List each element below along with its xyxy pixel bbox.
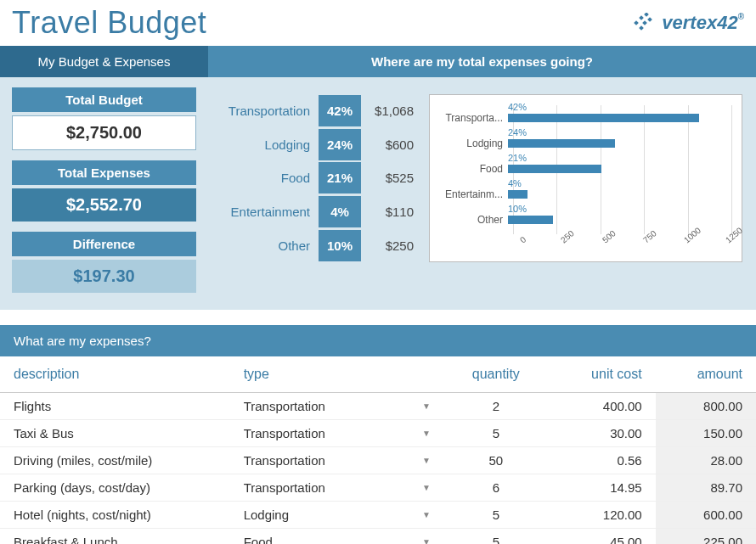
cell-description[interactable]: Breakfast & Lunch [0, 529, 230, 545]
dropdown-caret-icon[interactable]: ▼ [422, 510, 431, 519]
allocation-panel-header: Where are my total expenses going? [208, 46, 756, 77]
cell-quantity[interactable]: 5 [444, 502, 548, 529]
category-percent: 10% [319, 230, 361, 261]
total-budget-value[interactable]: $2,750.00 [12, 115, 196, 150]
chart-bar-label: 24% [508, 127, 527, 137]
cell-type[interactable]: Transportation▼ [230, 420, 444, 447]
category-percent: 42% [319, 95, 361, 126]
cell-unit-cost[interactable]: 14.95 [548, 474, 656, 502]
cell-description[interactable]: Parking (days, cost/day) [0, 474, 230, 502]
chart-bar: 21% [508, 165, 601, 173]
cell-unit-cost[interactable]: 0.56 [548, 447, 656, 474]
chart-row: Entertainm...4% [440, 182, 731, 207]
cell-description[interactable]: Flights [0, 393, 230, 420]
category-amount: $110 [361, 196, 420, 227]
category-percent: 21% [319, 162, 361, 193]
chart-bar-label: 10% [508, 204, 527, 214]
category-percent: 4% [319, 196, 361, 227]
col-unit-cost[interactable]: unit cost [548, 356, 656, 393]
table-row: Driving (miles, cost/mile)Transportation… [0, 447, 756, 474]
chart-category-label: Other [440, 214, 508, 226]
cell-amount: 89.70 [656, 474, 756, 502]
svg-rect-0 [634, 20, 639, 25]
cell-unit-cost[interactable]: 30.00 [548, 420, 656, 447]
expense-table: description type quantity unit cost amou… [0, 356, 756, 544]
table-row: FlightsTransportation▼2400.00800.00 [0, 393, 756, 420]
difference-label: Difference [12, 232, 196, 256]
chart-category-label: Food [440, 163, 508, 175]
chart-bar: 24% [508, 139, 615, 148]
cell-amount: 800.00 [656, 393, 756, 420]
total-expenses-value: $2,552.70 [12, 188, 196, 222]
cell-quantity[interactable]: 5 [444, 529, 548, 545]
cell-amount: 28.00 [656, 447, 756, 474]
vertex-logo-icon [633, 13, 657, 33]
total-expenses-label: Total Expenses [12, 160, 196, 185]
col-quantity[interactable]: quantity [444, 356, 548, 393]
table-row: Hotel (nights, cost/night)Lodging▼5120.0… [0, 502, 756, 529]
dropdown-caret-icon[interactable]: ▼ [422, 429, 431, 438]
cell-description[interactable]: Hotel (nights, cost/night) [0, 502, 230, 529]
cell-amount: 600.00 [656, 502, 756, 529]
category-bar-chart: Transporta...42%Lodging24%Food21%Enterta… [429, 94, 742, 262]
cell-quantity[interactable]: 2 [444, 393, 548, 420]
cell-description[interactable]: Taxi & Bus [0, 420, 230, 447]
dropdown-caret-icon[interactable]: ▼ [422, 483, 431, 492]
category-amount: $250 [361, 230, 420, 261]
cell-unit-cost[interactable]: 120.00 [548, 502, 656, 529]
brand-text: vertex42 [662, 12, 737, 33]
svg-rect-4 [647, 17, 652, 22]
cell-description[interactable]: Driving (miles, cost/mile) [0, 447, 230, 474]
dropdown-caret-icon[interactable]: ▼ [422, 537, 431, 544]
cell-quantity[interactable]: 5 [444, 420, 548, 447]
cell-amount: 225.00 [656, 529, 756, 545]
col-description[interactable]: description [0, 356, 230, 393]
cell-quantity[interactable]: 6 [444, 474, 548, 502]
category-label: Lodging [208, 129, 319, 160]
category-amount: $525 [361, 162, 420, 193]
category-breakdown-table: Transportation42%$1,068Lodging24%$600Foo… [208, 94, 420, 262]
chart-bar-label: 4% [508, 178, 522, 188]
total-budget-label: Total Budget [12, 87, 196, 112]
col-amount[interactable]: amount [656, 356, 756, 393]
chart-bar: 4% [508, 190, 528, 199]
difference-value: $197.30 [12, 260, 196, 293]
dropdown-caret-icon[interactable]: ▼ [422, 456, 431, 465]
cell-type[interactable]: Lodging▼ [230, 502, 444, 529]
chart-bar-label: 21% [508, 153, 527, 163]
table-row: Parking (days, cost/day)Transportation▼6… [0, 474, 756, 502]
allocation-panel: Where are my total expenses going? Trans… [208, 46, 756, 310]
brand-logo: vertex42® [633, 12, 744, 34]
cell-type[interactable]: Transportation▼ [230, 474, 444, 502]
col-type[interactable]: type [230, 356, 444, 393]
cell-unit-cost[interactable]: 400.00 [548, 393, 656, 420]
category-label: Other [208, 230, 319, 261]
chart-axis-tick: 0 [518, 234, 528, 244]
dropdown-caret-icon[interactable]: ▼ [422, 401, 431, 411]
category-amount: $1,068 [361, 95, 420, 126]
chart-category-label: Lodging [440, 137, 508, 149]
budget-panel-header: My Budget & Expenses [0, 46, 208, 77]
page-title: Travel Budget [12, 5, 206, 41]
category-percent: 24% [319, 129, 361, 160]
cell-type[interactable]: Transportation▼ [230, 393, 444, 420]
cell-quantity[interactable]: 50 [444, 447, 548, 474]
chart-bar: 42% [508, 114, 699, 122]
chart-row: Lodging24% [440, 131, 731, 156]
chart-category-label: Entertainm... [440, 188, 508, 200]
category-label: Transportation [208, 95, 319, 126]
category-label: Food [208, 162, 319, 193]
cell-type[interactable]: Transportation▼ [230, 447, 444, 474]
chart-row: Transporta...42% [440, 105, 731, 131]
chart-bar: 10% [508, 216, 553, 224]
chart-bar-label: 42% [508, 102, 527, 112]
budget-summary-panel: My Budget & Expenses Total Budget $2,750… [0, 46, 208, 310]
cell-type[interactable]: Food▼ [230, 529, 444, 545]
svg-rect-5 [639, 25, 644, 31]
cell-unit-cost[interactable]: 45.00 [548, 529, 656, 545]
expense-table-header: What are my expenses? [0, 325, 756, 356]
cell-amount: 150.00 [656, 420, 756, 447]
chart-row: Food21% [440, 156, 731, 182]
chart-category-label: Transporta... [440, 112, 508, 124]
table-row: Breakfast & LunchFood▼545.00225.00 [0, 529, 756, 545]
